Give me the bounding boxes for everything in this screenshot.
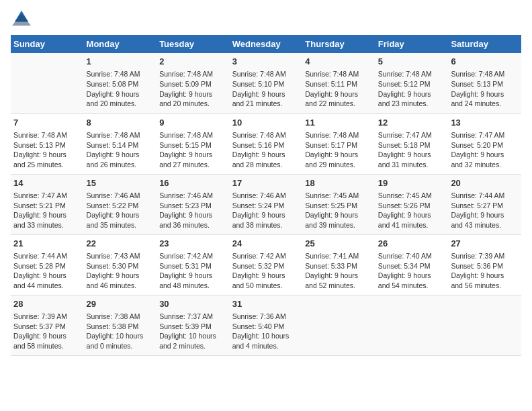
- day-info: Sunrise: 7:42 AM: [159, 251, 227, 261]
- day-info: Daylight: 9 hours: [232, 271, 300, 281]
- day-info: and 21 minutes.: [232, 99, 300, 109]
- day-info: and 28 minutes.: [232, 160, 300, 170]
- day-info: Daylight: 9 hours: [13, 331, 81, 341]
- day-info: and 35 minutes.: [87, 220, 154, 230]
- calendar-cell: 1Sunrise: 7:48 AMSunset: 5:08 PMDaylight…: [84, 53, 157, 113]
- day-info: Sunrise: 7:39 AM: [451, 251, 519, 261]
- calendar-cell: 28Sunrise: 7:39 AMSunset: 5:37 PMDayligh…: [11, 295, 84, 355]
- calendar-cell: 12Sunrise: 7:47 AMSunset: 5:18 PMDayligh…: [375, 113, 449, 174]
- calendar-cell: [448, 295, 521, 355]
- day-info: Sunset: 5:16 PM: [232, 140, 300, 150]
- day-info: Sunset: 5:13 PM: [13, 140, 81, 150]
- day-number: 8: [87, 117, 154, 129]
- day-number: 9: [159, 117, 227, 129]
- day-info: and 22 minutes.: [305, 99, 373, 109]
- calendar-cell: 21Sunrise: 7:44 AMSunset: 5:28 PMDayligh…: [11, 234, 84, 295]
- day-info: Daylight: 10 hours: [232, 331, 300, 341]
- day-info: Sunrise: 7:48 AM: [87, 69, 154, 79]
- day-info: and 26 minutes.: [87, 160, 154, 170]
- day-info: Sunrise: 7:48 AM: [232, 69, 300, 79]
- calendar-body: 1Sunrise: 7:48 AMSunset: 5:08 PMDaylight…: [11, 53, 521, 355]
- day-info: Sunset: 5:12 PM: [378, 79, 446, 89]
- day-number: 23: [159, 238, 227, 250]
- page-header: [11, 11, 521, 27]
- day-info: Sunset: 5:15 PM: [159, 140, 227, 150]
- calendar-cell: 5Sunrise: 7:48 AMSunset: 5:12 PMDaylight…: [375, 53, 449, 113]
- day-info: and 50 minutes.: [232, 281, 300, 291]
- day-info: Daylight: 9 hours: [305, 150, 373, 160]
- day-number: 1: [87, 56, 154, 68]
- day-number: 13: [451, 117, 519, 129]
- week-row-1: 1Sunrise: 7:48 AMSunset: 5:08 PMDaylight…: [11, 53, 521, 113]
- day-info: Sunrise: 7:39 AM: [13, 312, 81, 322]
- day-info: Sunset: 5:38 PM: [87, 322, 154, 332]
- day-info: Sunrise: 7:40 AM: [378, 251, 446, 261]
- header-day-monday: Monday: [84, 35, 157, 53]
- day-info: Daylight: 9 hours: [87, 271, 154, 281]
- day-info: and 20 minutes.: [87, 99, 154, 109]
- calendar-cell: 2Sunrise: 7:48 AMSunset: 5:09 PMDaylight…: [157, 53, 230, 113]
- day-info: Daylight: 9 hours: [87, 89, 154, 99]
- header-day-tuesday: Tuesday: [157, 35, 230, 53]
- day-info: Daylight: 9 hours: [305, 271, 373, 281]
- day-info: Daylight: 9 hours: [232, 210, 300, 220]
- day-info: Daylight: 9 hours: [159, 210, 227, 220]
- day-info: and 38 minutes.: [232, 220, 300, 230]
- day-number: 12: [378, 117, 446, 129]
- day-info: and 58 minutes.: [13, 341, 81, 351]
- day-number: 4: [305, 56, 373, 68]
- day-info: Daylight: 9 hours: [305, 210, 373, 220]
- calendar-cell: 22Sunrise: 7:43 AMSunset: 5:30 PMDayligh…: [84, 234, 157, 295]
- day-info: Daylight: 9 hours: [451, 89, 519, 99]
- day-number: 11: [305, 117, 373, 129]
- day-info: and 39 minutes.: [305, 220, 373, 230]
- calendar-cell: 7Sunrise: 7:48 AMSunset: 5:13 PMDaylight…: [11, 113, 84, 174]
- day-info: and 56 minutes.: [451, 281, 519, 291]
- calendar-header: SundayMondayTuesdayWednesdayThursdayFrid…: [11, 35, 521, 53]
- day-info: Daylight: 9 hours: [87, 150, 154, 160]
- day-info: Sunrise: 7:48 AM: [159, 69, 227, 79]
- day-info: Daylight: 9 hours: [378, 150, 446, 160]
- day-info: Sunset: 5:08 PM: [87, 79, 154, 89]
- day-info: Daylight: 9 hours: [305, 89, 373, 99]
- day-info: Sunset: 5:26 PM: [378, 201, 446, 211]
- day-number: 25: [305, 238, 373, 250]
- calendar-cell: [11, 53, 84, 113]
- calendar-cell: 14Sunrise: 7:47 AMSunset: 5:21 PMDayligh…: [11, 174, 84, 234]
- day-info: Daylight: 9 hours: [87, 210, 154, 220]
- day-info: Sunrise: 7:46 AM: [232, 191, 300, 201]
- calendar-cell: 6Sunrise: 7:48 AMSunset: 5:13 PMDaylight…: [448, 53, 521, 113]
- day-info: Sunset: 5:11 PM: [305, 79, 373, 89]
- day-info: Sunset: 5:39 PM: [159, 322, 227, 332]
- day-number: 19: [378, 177, 446, 189]
- day-info: Daylight: 9 hours: [232, 150, 300, 160]
- calendar-cell: 20Sunrise: 7:44 AMSunset: 5:27 PMDayligh…: [448, 174, 521, 234]
- day-number: 27: [451, 238, 519, 250]
- day-info: Daylight: 9 hours: [378, 89, 446, 99]
- day-info: and 33 minutes.: [13, 220, 81, 230]
- day-info: Sunrise: 7:44 AM: [451, 191, 519, 201]
- day-info: and 27 minutes.: [159, 160, 227, 170]
- day-info: Sunset: 5:13 PM: [451, 79, 519, 89]
- day-info: and 20 minutes.: [159, 99, 227, 109]
- day-number: 2: [159, 56, 227, 68]
- day-info: and 23 minutes.: [378, 99, 446, 109]
- header-day-thursday: Thursday: [302, 35, 375, 53]
- day-info: and 36 minutes.: [159, 220, 227, 230]
- calendar-cell: 18Sunrise: 7:45 AMSunset: 5:25 PMDayligh…: [302, 174, 375, 234]
- day-info: and 43 minutes.: [451, 220, 519, 230]
- day-info: and 52 minutes.: [305, 281, 373, 291]
- day-info: and 29 minutes.: [305, 160, 373, 170]
- day-info: Sunrise: 7:48 AM: [13, 130, 81, 140]
- day-info: Sunset: 5:10 PM: [232, 79, 300, 89]
- day-info: Sunrise: 7:48 AM: [232, 130, 300, 140]
- day-info: Sunrise: 7:48 AM: [305, 69, 373, 79]
- day-info: and 4 minutes.: [232, 341, 300, 351]
- day-info: Sunset: 5:31 PM: [159, 261, 227, 271]
- day-number: 30: [159, 298, 227, 310]
- day-info: Daylight: 10 hours: [159, 331, 227, 341]
- day-info: and 54 minutes.: [378, 281, 446, 291]
- day-info: Sunrise: 7:45 AM: [378, 191, 446, 201]
- calendar-cell: 26Sunrise: 7:40 AMSunset: 5:34 PMDayligh…: [375, 234, 449, 295]
- header-day-sunday: Sunday: [11, 35, 84, 53]
